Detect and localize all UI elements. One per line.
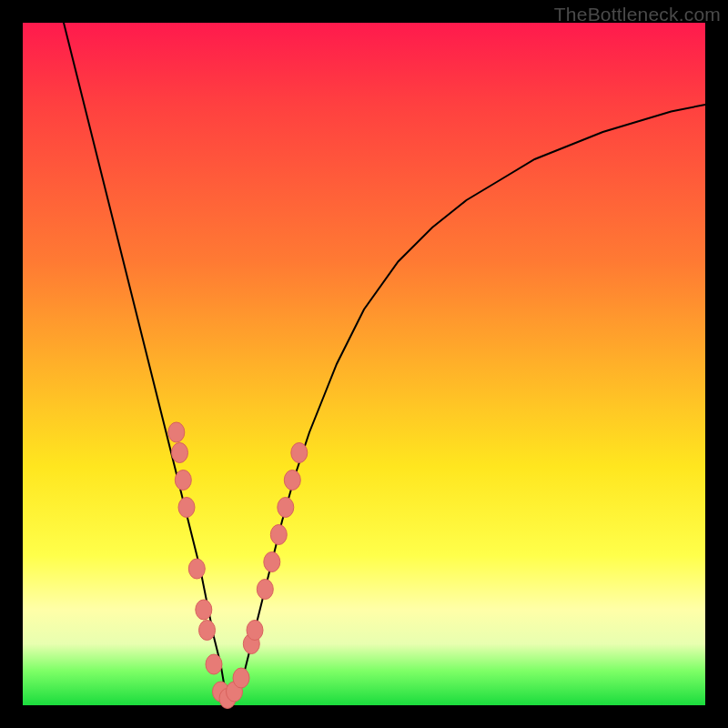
marker-dot [257, 580, 273, 600]
marker-dot [206, 654, 222, 674]
outer-frame: TheBottleneck.com [0, 0, 728, 728]
marker-dot [247, 621, 263, 641]
marker-dot [199, 621, 216, 641]
marker-dot [270, 525, 287, 545]
marker-dot [284, 470, 300, 490]
marker-dot [188, 559, 205, 579]
marker-dot [291, 443, 308, 463]
marker-dot [264, 552, 280, 572]
marker-dot [175, 470, 191, 490]
marker-dot [172, 443, 188, 463]
data-markers [168, 422, 308, 709]
marker-dot [233, 668, 249, 688]
marker-dot [196, 600, 212, 620]
bottleneck-curve [23, 0, 705, 699]
marker-dot [168, 422, 185, 442]
chart-svg [23, 23, 705, 705]
marker-dot [178, 498, 195, 518]
marker-dot [278, 498, 294, 518]
